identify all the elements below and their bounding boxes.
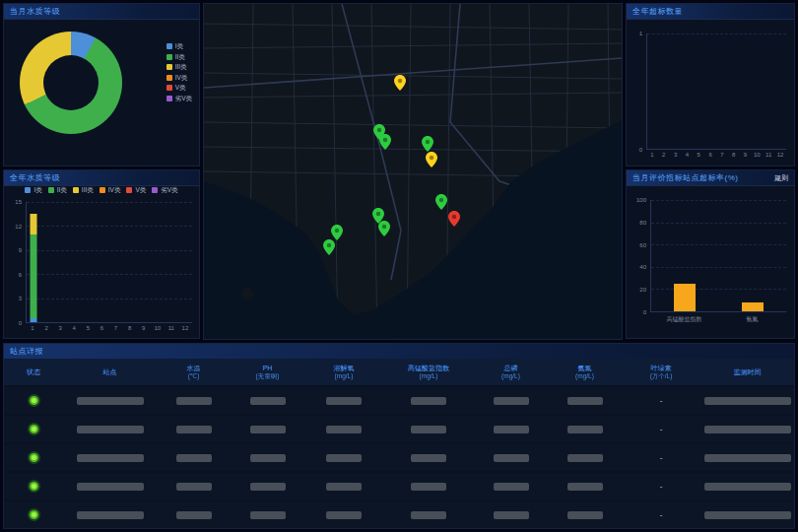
legend-item[interactable]: V类 — [126, 187, 146, 194]
stacked-bar[interactable] — [58, 202, 65, 322]
y-tick-label: 80 — [639, 220, 646, 226]
stacked-bar[interactable] — [155, 202, 162, 322]
legend-item[interactable]: I类 — [166, 43, 192, 50]
table-cell — [548, 483, 622, 491]
stacked-bar[interactable] — [31, 202, 37, 322]
legend-item[interactable]: IV类 — [100, 187, 121, 194]
y-tick-label: 40 — [639, 264, 646, 270]
status-dot-green — [30, 482, 38, 491]
stacked-bar[interactable] — [72, 202, 79, 322]
table-cell — [474, 511, 548, 519]
bars-layer — [27, 202, 192, 322]
x-tick-label: 2 — [658, 152, 670, 162]
grid-line — [647, 33, 786, 34]
stacked-bar[interactable] — [168, 202, 175, 322]
panel-header: 全年超标数量 — [627, 4, 794, 20]
legend-item[interactable]: II类 — [166, 54, 192, 61]
table-cell — [157, 426, 231, 433]
map-pin-green[interactable] — [435, 194, 447, 210]
rules-link[interactable]: 规则 — [774, 173, 788, 183]
legend-item[interactable]: 劣V类 — [152, 187, 177, 194]
bar[interactable] — [674, 284, 696, 311]
legend-label: V类 — [135, 187, 146, 194]
redacted-value — [704, 483, 791, 491]
table-cell — [157, 454, 231, 462]
map-pin-green[interactable] — [422, 136, 433, 152]
legend-item[interactable]: V类 — [166, 85, 192, 92]
stacked-bar[interactable] — [86, 202, 93, 322]
legend-label: V类 — [175, 85, 186, 92]
map-pin-yellow[interactable] — [426, 152, 437, 167]
y-tick-label: 1 — [639, 31, 642, 36]
column-header: 溶解氧(mg/L) — [304, 364, 383, 381]
stacked-bar[interactable] — [100, 202, 106, 322]
legend-swatch — [166, 96, 172, 101]
stacked-bar[interactable] — [182, 202, 189, 322]
legend-swatch — [152, 187, 158, 193]
panel-title: 站点详报 — [10, 346, 43, 357]
x-axis-labels: 123456789101112 — [26, 325, 192, 335]
x-tick-label: 3 — [53, 325, 67, 335]
redacted-value — [411, 454, 446, 462]
bar-slot — [40, 202, 54, 322]
bar-slot — [109, 202, 123, 322]
x-tick-label: 11 — [763, 152, 774, 162]
x-tick-label: 11 — [165, 325, 178, 335]
legend-item[interactable]: 劣V类 — [166, 96, 192, 102]
table-row[interactable]: - — [4, 473, 794, 499]
panel-title: 全年超标数量 — [632, 6, 683, 17]
map-pin-green[interactable] — [379, 134, 391, 150]
redacted-value — [704, 511, 791, 519]
table-row[interactable]: - — [4, 387, 794, 414]
table-body: ----- — [4, 387, 794, 526]
table-cell — [4, 396, 63, 405]
monthly-rate-bar-chart[interactable] — [650, 200, 786, 312]
bars-layer — [651, 200, 786, 311]
pin-icon — [323, 239, 335, 255]
y-tick-label: 100 — [636, 197, 646, 203]
table-cell — [157, 397, 231, 405]
stacked-bar[interactable] — [141, 202, 148, 322]
map-pin-layer — [204, 4, 622, 339]
annual-grade-bar-chart[interactable] — [26, 202, 192, 323]
panel-title: 全年水质等级 — [10, 172, 60, 183]
x-tick-label: 6 — [95, 325, 108, 335]
map-pin-yellow[interactable] — [394, 75, 406, 91]
redacted-value — [176, 454, 212, 462]
legend-item[interactable]: III类 — [73, 187, 94, 194]
annual-grade-legend: I类II类III类IV类V类劣V类 — [4, 187, 199, 194]
panel-monthly-exceed-rate: 当月评价指标站点超标率(%) 规则 020406080100 高锰酸盐指数氨氮 — [626, 169, 795, 339]
legend-item[interactable]: I类 — [25, 187, 41, 194]
legend-swatch — [166, 43, 172, 49]
table-row[interactable]: - — [4, 416, 794, 442]
legend-item[interactable]: III类 — [166, 64, 192, 71]
station-map[interactable] — [203, 3, 623, 340]
legend-label: I类 — [175, 43, 183, 50]
y-tick-label: 20 — [639, 287, 646, 293]
y-tick-label: 60 — [639, 242, 646, 248]
table-row[interactable]: - — [4, 501, 794, 528]
map-pin-green[interactable] — [323, 239, 335, 255]
legend-item[interactable]: II类 — [48, 187, 67, 194]
y-tick-label: 3 — [19, 296, 22, 301]
panel-title: 当月评价指标站点超标率(%) — [632, 172, 738, 183]
bar[interactable] — [742, 302, 764, 311]
table-cell — [548, 454, 622, 462]
legend-item[interactable]: IV类 — [166, 75, 192, 82]
status-dot-green — [30, 425, 38, 433]
map-pin-green[interactable] — [331, 225, 343, 240]
table-cell — [304, 483, 383, 491]
legend-swatch — [166, 64, 172, 70]
map-pin-green[interactable] — [378, 221, 390, 236]
table-cell: - — [622, 396, 700, 405]
table-row[interactable]: - — [4, 444, 794, 471]
annual-exceed-line-chart[interactable] — [646, 33, 786, 150]
stacked-bar[interactable] — [44, 202, 51, 322]
monthly-grade-donut-chart[interactable] — [20, 32, 122, 134]
panel-header: 当月评价指标站点超标率(%) 规则 — [627, 170, 794, 186]
map-pin-red[interactable] — [448, 211, 460, 227]
x-tick-label: 高锰酸盐指数 — [650, 315, 718, 325]
stacked-bar[interactable] — [127, 202, 134, 322]
stacked-bar[interactable] — [113, 202, 120, 322]
redacted-value — [77, 454, 144, 462]
